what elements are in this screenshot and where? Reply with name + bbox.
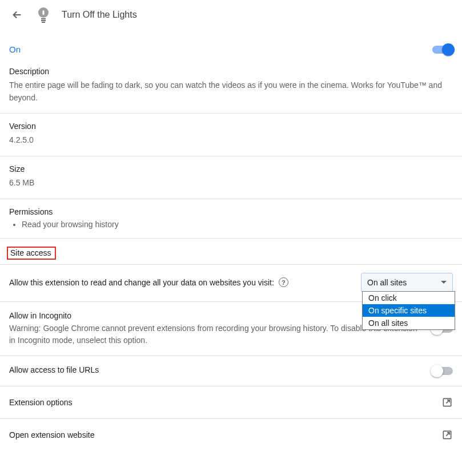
size-value: 6.5 MB bbox=[9, 177, 453, 189]
extension-options-label: Extension options bbox=[9, 398, 73, 407]
description-text: The entire page will be fading to dark, … bbox=[9, 79, 453, 104]
incognito-label: Allow in Incognito bbox=[9, 311, 419, 320]
toggle-knob bbox=[431, 365, 443, 377]
svg-rect-3 bbox=[41, 20, 46, 21]
permissions-label: Permissions bbox=[9, 207, 453, 216]
file-urls-row: Allow access to file URLs bbox=[0, 356, 462, 386]
version-label: Version bbox=[9, 122, 453, 131]
status-row: On bbox=[0, 29, 462, 67]
permissions-list: Read your browsing history bbox=[22, 220, 453, 229]
version-value: 4.2.5.0 bbox=[9, 134, 453, 147]
site-access-header: Site access bbox=[0, 238, 462, 264]
site-access-description: Allow this extension to read and change … bbox=[9, 278, 274, 287]
dropdown-option-on-click[interactable]: On click bbox=[363, 292, 455, 304]
open-in-new-icon bbox=[441, 397, 453, 408]
file-urls-toggle[interactable] bbox=[432, 367, 453, 375]
chevron-down-icon bbox=[441, 281, 447, 284]
toggle-knob bbox=[442, 43, 455, 56]
arrow-left-icon bbox=[11, 9, 23, 21]
site-access-highlight-box: Site access bbox=[7, 247, 56, 260]
file-urls-label: Allow access to file URLs bbox=[9, 365, 419, 374]
permissions-section: Permissions Read your browsing history bbox=[0, 199, 462, 238]
permission-item: Read your browsing history bbox=[22, 220, 453, 229]
svg-rect-4 bbox=[42, 22, 45, 23]
svg-rect-1 bbox=[43, 10, 45, 15]
incognito-desc: Warning: Google Chrome cannot prevent ex… bbox=[9, 322, 419, 346]
extension-website-row[interactable]: Open extension website bbox=[0, 418, 462, 451]
dropdown-option-on-all-sites[interactable]: On all sites bbox=[363, 317, 455, 329]
extension-website-label: Open extension website bbox=[9, 430, 94, 439]
site-access-select[interactable]: On all sites bbox=[361, 273, 453, 292]
open-in-new-icon bbox=[441, 429, 453, 441]
header: Turn Off the Lights bbox=[0, 0, 462, 29]
extension-options-row[interactable]: Extension options bbox=[0, 386, 462, 418]
version-section: Version 4.2.5.0 bbox=[0, 113, 462, 156]
site-access-text: Allow this extension to read and change … bbox=[9, 277, 288, 287]
description-label: Description bbox=[9, 67, 453, 76]
site-access-row: Allow this extension to read and change … bbox=[0, 264, 462, 301]
extension-icon bbox=[35, 7, 51, 23]
extension-title: Turn Off the Lights bbox=[62, 10, 137, 20]
site-access-dropdown: On click On specific sites On all sites bbox=[362, 291, 455, 330]
status-toggle[interactable] bbox=[432, 46, 453, 54]
description-section: Description The entire page will be fadi… bbox=[0, 67, 462, 113]
svg-rect-2 bbox=[41, 18, 46, 19]
back-button[interactable] bbox=[9, 7, 25, 23]
site-access-label: Site access bbox=[8, 248, 51, 257]
help-icon[interactable]: ? bbox=[279, 277, 288, 287]
lightbulb-icon bbox=[37, 7, 50, 23]
site-access-selected: On all sites bbox=[367, 278, 407, 287]
size-label: Size bbox=[9, 164, 453, 174]
dropdown-option-on-specific-sites[interactable]: On specific sites bbox=[363, 304, 455, 317]
size-section: Size 6.5 MB bbox=[0, 156, 462, 199]
status-label: On bbox=[9, 45, 21, 54]
